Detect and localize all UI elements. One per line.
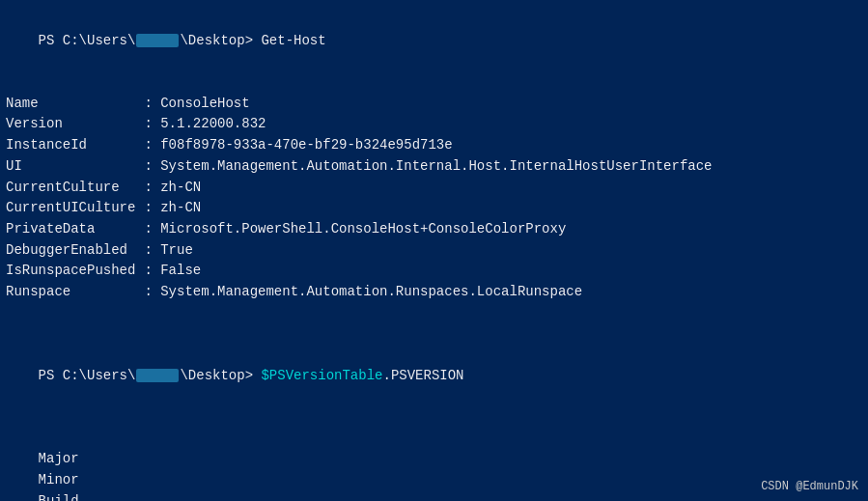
blank-line-2 bbox=[6, 303, 858, 324]
prompt-end-1: \Desktop> bbox=[180, 33, 253, 48]
cmd2-prop: .PSVERSION bbox=[382, 368, 463, 383]
prompt-end-2: \Desktop> bbox=[180, 368, 261, 383]
prop-debuggerenabled: DebuggerEnabled : True bbox=[6, 240, 858, 262]
cmd1: Get-Host bbox=[253, 33, 326, 48]
get-host-output: Name : ConsoleHost Version : 5.1.22000.8… bbox=[6, 94, 858, 303]
prop-currentculture: CurrentCulture : zh-CN bbox=[6, 178, 858, 199]
username-blur-2 bbox=[136, 369, 179, 382]
prompt-line-1: PS C:\Users\\Desktop> Get-Host bbox=[6, 10, 858, 72]
prop-currentuiculture: CurrentUICulture : zh-CN bbox=[6, 198, 858, 219]
prop-privatedata: PrivateData : Microsoft.PowerShell.Conso… bbox=[6, 219, 858, 240]
blank-line-3 bbox=[6, 323, 858, 345]
terminal-window: PS C:\Users\\Desktop> Get-Host Name : Co… bbox=[0, 0, 868, 501]
prop-version: Version : 5.1.22000.832 bbox=[6, 114, 858, 135]
prompt-ps-2: PS C:\Users\ bbox=[39, 368, 136, 383]
prop-name: Name : ConsoleHost bbox=[6, 94, 858, 115]
prompt-ps-1: PS C:\Users\ bbox=[39, 33, 136, 48]
prompt-line-2: PS C:\Users\\Desktop> $PSVersionTable.PS… bbox=[6, 345, 858, 407]
username-blur-1 bbox=[136, 34, 179, 47]
watermark: CSDN @EdmunDJK bbox=[761, 480, 858, 493]
blank-line-1 bbox=[6, 72, 858, 94]
prop-instanceid: InstanceId : f08f8978-933a-470e-bf29-b32… bbox=[6, 135, 858, 156]
blank-line-4 bbox=[6, 407, 858, 429]
version-table-headers: Major Minor Build Revision bbox=[6, 429, 858, 501]
cmd2-var: $PSVersionTable bbox=[261, 368, 382, 383]
prop-ui: UI : System.Management.Automation.Intern… bbox=[6, 156, 858, 178]
prop-isrunspacepushed: IsRunspacePushed : False bbox=[6, 261, 858, 282]
prop-runspace: Runspace : System.Management.Automation.… bbox=[6, 282, 858, 303]
